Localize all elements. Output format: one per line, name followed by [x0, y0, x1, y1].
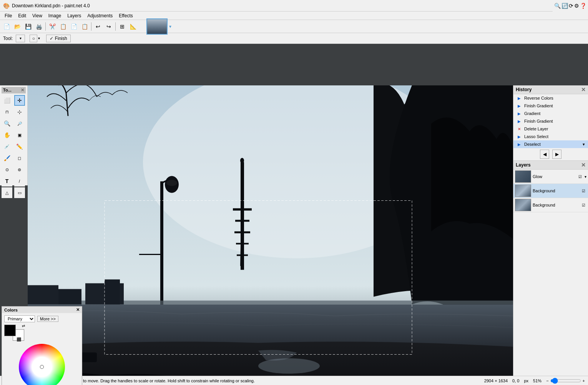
toolbar-copy[interactable]: 📋 [58, 22, 68, 32]
finish-button[interactable]: ✓ Finish [46, 35, 70, 42]
zoom-out-button[interactable]: − [546, 378, 548, 383]
tool-option-shape[interactable]: ○ [30, 35, 37, 42]
tool-gradient[interactable]: ▭ [14, 187, 25, 198]
status-coords: 0, 0 [512, 378, 519, 383]
history-item-reverse-colors[interactable]: ▶ Reverse Colors [513, 94, 588, 102]
toolbar-copy2[interactable]: 📋 [80, 22, 90, 32]
toolbar-sep1 [45, 22, 46, 31]
menu-adjustments[interactable]: Adjustments [84, 12, 116, 19]
tool-clone[interactable]: ⊙ [2, 164, 12, 175]
svg-rect-8 [28, 285, 58, 305]
menu-edit[interactable]: Edit [15, 12, 29, 19]
toolbar-ruler[interactable]: 📐 [128, 22, 138, 32]
status-unit: px [524, 378, 528, 383]
history-list: ▶ Reverse Colors ▶ Finish Gradient ▶ Gra… [513, 94, 588, 148]
history-item-finish-gradient2[interactable]: ▶ Finish Gradient [513, 117, 588, 125]
tool-shapes[interactable]: △ [2, 187, 12, 198]
tool-lasso[interactable]: ⊓ [2, 107, 12, 117]
toolbar-grid[interactable]: ⊞ [117, 22, 127, 32]
primary-color-select[interactable]: Primary [4, 315, 35, 322]
tool-brush[interactable]: 🖌️ [2, 153, 12, 163]
toolbar-print[interactable]: 🖨️ [34, 22, 44, 32]
menu-effects[interactable]: Effects [116, 12, 136, 19]
zoom-in-button[interactable]: + [583, 378, 585, 383]
canvas-area[interactable] [28, 85, 513, 385]
color-wheel-cursor [40, 365, 43, 368]
color-wheel[interactable] [19, 344, 65, 385]
colors-panel: Colors ✕ Primary More >> ⬛ ⇄ [2, 306, 82, 385]
menu-layers[interactable]: Layers [64, 12, 84, 19]
tool-selector[interactable]: ▾ [16, 35, 25, 42]
image-toolbar-icon5[interactable]: ❓ [580, 3, 586, 9]
history-item-lasso[interactable]: ▶ Lasso Select [513, 133, 588, 140]
layer-vis-glow[interactable]: ☑ [577, 173, 583, 180]
history-item-gradient[interactable]: ▶ Gradient [513, 110, 588, 117]
layer-thumb-glow [515, 170, 531, 183]
colors-title-text: Colors [4, 308, 18, 312]
tool-move-selected[interactable]: ⊹ [14, 107, 25, 117]
tool-rectangle-select[interactable]: ⬜ [2, 95, 12, 106]
tool-line[interactable]: / [14, 176, 25, 187]
status-bar: ℹ️ Move Selection: Drag the selection to… [0, 376, 588, 385]
image-toolbar-icon3[interactable]: ⟳ [569, 3, 573, 9]
tool-text[interactable]: T [2, 176, 12, 187]
toolbar-save[interactable]: 💾 [23, 22, 33, 32]
history-item-delete-layer[interactable]: ✕ Delete Layer [513, 125, 588, 133]
toolbox-close[interactable]: ✕ [21, 88, 24, 93]
layers-close[interactable]: ✕ [581, 162, 586, 168]
tool-pencil[interactable]: ✏️ [14, 141, 25, 152]
color-reset-icon[interactable]: ⬛ [17, 337, 21, 342]
image-toolbar-icon2[interactable]: 🔃 [561, 3, 568, 9]
history-title: History [516, 87, 532, 92]
tool-fill[interactable]: ▣ [14, 130, 25, 140]
hist-scroll-icon: ▾ [583, 142, 585, 147]
toolbox-title-text: To... [3, 88, 12, 93]
menu-bar: File Edit View Image Layers Adjustments … [0, 12, 588, 20]
colors-close[interactable]: ✕ [76, 307, 80, 312]
svg-rect-16 [236, 243, 249, 245]
tool-recolor[interactable]: ⊚ [14, 164, 25, 175]
toolbar-paste[interactable]: 📄 [69, 22, 79, 32]
toolbar-undo[interactable]: ↩ [93, 22, 103, 32]
layer-vis-bg2[interactable]: ☑ [580, 202, 586, 208]
zoom-slider[interactable] [550, 378, 581, 384]
toolbar-new[interactable]: 📄 [2, 22, 12, 32]
tool-zoom[interactable]: 🔍 [2, 118, 12, 129]
history-panel: History ✕ ▶ Reverse Colors ▶ Finish Grad… [513, 85, 588, 161]
more-colors-button[interactable]: More >> [37, 316, 58, 322]
history-item-finish-gradient1[interactable]: ▶ Finish Gradient [513, 102, 588, 110]
toolbar-redo[interactable]: ↪ [104, 22, 114, 32]
image-toolbar-icon1[interactable]: 🔍 [554, 3, 561, 9]
canvas-tab[interactable] [146, 18, 168, 35]
main-toolbar: 📄 📂 💾 🖨️ ✂️ 📋 📄 📋 ↩ ↪ ⊞ 📐 ▾ [0, 20, 588, 33]
redo-button[interactable]: ▶ [552, 150, 561, 159]
undo-button[interactable]: ◀ [540, 150, 549, 159]
tool-move[interactable]: ✛ [14, 95, 25, 106]
history-close[interactable]: ✕ [581, 87, 586, 93]
toolbar-cut[interactable]: ✂️ [47, 22, 57, 32]
zoom-slider-area: − + [546, 378, 585, 384]
tool-eraser[interactable]: ◻ [14, 153, 25, 163]
foreground-swatch[interactable] [4, 325, 16, 336]
layer-item-glow[interactable]: Glow ☑ ▾ [513, 170, 588, 184]
color-wheel-wrap[interactable] [4, 342, 80, 385]
svg-rect-19 [241, 162, 243, 170]
menu-image[interactable]: Image [45, 12, 64, 19]
tool-zoom-in[interactable]: 🔎 [14, 118, 25, 129]
tool-eyedropper[interactable]: 💉 [2, 141, 12, 152]
history-item-deselect[interactable]: ▶ Deselect ▾ [513, 140, 588, 148]
menu-file[interactable]: File [2, 12, 15, 19]
image-toolbar-icon4[interactable]: ⚙ [574, 3, 579, 9]
layer-item-background2[interactable]: Background ☑ [513, 198, 588, 212]
hist-label-3: Finish Gradient [524, 119, 553, 123]
layer-vis-bg1[interactable]: ☑ [580, 188, 586, 194]
tab-arrow[interactable]: ▾ [169, 24, 171, 29]
menu-view[interactable]: View [29, 12, 45, 19]
hist-icon-5: ▶ [517, 134, 522, 139]
layer-item-background1[interactable]: Background ☑ [513, 184, 588, 198]
toolbar-open[interactable]: 📂 [12, 22, 22, 32]
layer-name-bg2: Background [533, 203, 579, 207]
color-swap-icon[interactable]: ⇄ [22, 324, 25, 328]
tool-pan[interactable]: ✋ [2, 130, 12, 140]
hist-label-2: Gradient [524, 111, 540, 116]
